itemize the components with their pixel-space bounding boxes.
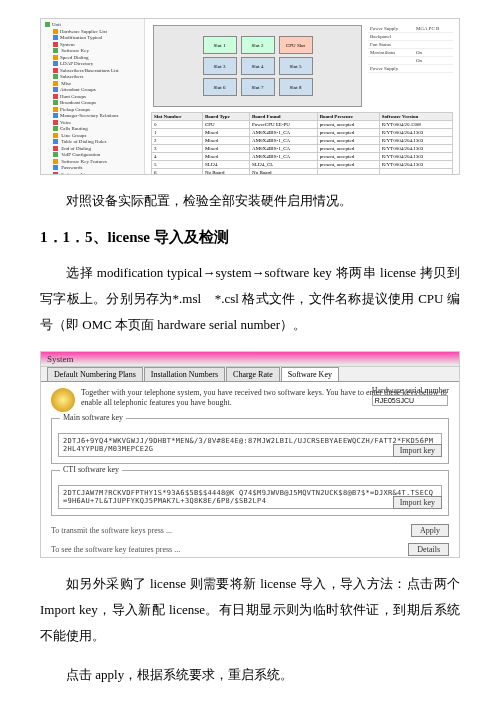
chassis-diagram: Slot 1Slot 2CPU SlotSlot 3Slot 4Slot 5Sl… (153, 25, 362, 107)
key-value[interactable]: 2DTCJAW7M?RCKVDFPTHY1S*93A6$5B$$4448@K Q… (58, 485, 442, 509)
slot[interactable]: Slot 6 (203, 78, 237, 96)
details-button[interactable]: Details (408, 543, 449, 556)
slot[interactable]: Slot 3 (203, 57, 237, 75)
paragraph: 点击 apply，根据系统要求，重启系统。 (40, 662, 460, 688)
paragraph: 如另外采购了 license 则需要将新 license 导入，导入方法：点击两… (40, 571, 460, 649)
boards-table: Slot NumberBoard TypeBoard FoundBoard Pr… (151, 112, 453, 174)
import-key-button[interactable]: Import key (393, 444, 442, 457)
tab[interactable]: Installation Numbers (144, 367, 225, 381)
key-group: Main software key2DTJ6+9YQ4*WKVGWJJ/9DHB… (51, 418, 449, 464)
paragraph: 对照设备实际配置，检验全部安装硬件启用情况。 (40, 188, 460, 214)
hint-text: To see the software key features press .… (51, 545, 180, 554)
tab[interactable]: Default Numbering Plans (47, 367, 143, 381)
tabs: Default Numbering PlansInstallation Numb… (41, 367, 459, 382)
slot[interactable]: Slot 7 (241, 78, 275, 96)
apply-button[interactable]: Apply (411, 524, 449, 537)
slot[interactable]: CPU Slot (279, 36, 313, 54)
nav-tree: UnitHardware Supplier ListModification T… (41, 19, 145, 174)
key-group: CTI software key2DTCJAW7M?RCKVDFPTHY1S*9… (51, 470, 449, 516)
import-key-button[interactable]: Import key (393, 496, 442, 509)
hardware-config-screenshot: UnitHardware Supplier ListModification T… (40, 18, 460, 175)
key-value[interactable]: 2DTJ6+9YQ4*WKVGWJJ/9DHBT*MEN&/3/8V#8E4E@… (58, 433, 442, 457)
hint-text: To transmit the software keys press ... (51, 526, 172, 535)
software-key-dialog: System Default Numbering PlansInstallati… (40, 351, 460, 558)
tab[interactable]: Charge Rate (226, 367, 280, 381)
slot[interactable]: Slot 8 (279, 78, 313, 96)
slot[interactable]: Slot 1 (203, 36, 237, 54)
power-supply-panel: Power SupplyMGA PC BBackpanelFan StatusM… (368, 25, 453, 107)
slot[interactable]: Slot 4 (241, 57, 275, 75)
key-icon (51, 388, 75, 412)
slot[interactable]: Slot 5 (279, 57, 313, 75)
slot[interactable]: Slot 2 (241, 36, 275, 54)
paragraph: 选择 modification typical→system→software … (40, 260, 460, 338)
hsn-input[interactable] (372, 395, 448, 406)
tab[interactable]: Software Key (281, 367, 339, 381)
hardware-serial-number: Hardware serial number (372, 386, 449, 406)
section-heading: 1．1．5、license 导入及检测 (40, 228, 460, 247)
window-title: System (41, 352, 459, 367)
